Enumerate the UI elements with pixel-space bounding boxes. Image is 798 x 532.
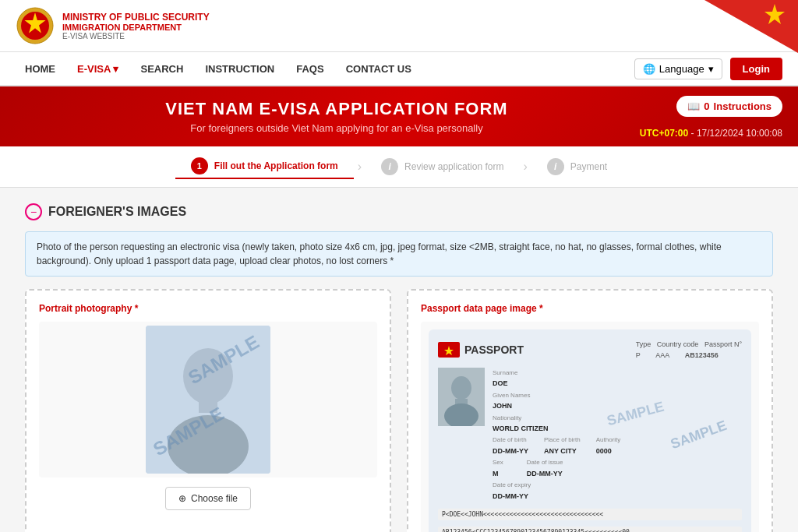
given-names-row: Given Names JOHN [493,390,742,413]
passport-meta: Type Country code Passport N° P AAA AB12… [636,339,742,361]
section-header-images: − FOREIGNER'S IMAGES [25,203,773,220]
portrait-label: Portrait photography * [39,303,377,314]
logo-area: MINISTRY OF PUBLIC SECURITY IMMIGRATION … [16,6,210,45]
step-arrow-1: › [358,160,362,174]
passport-fields: Surname DOE Given Names JOHN Nationality… [493,368,742,502]
globe-icon: 🌐 [643,63,655,75]
doi-col: Date of issue DD-MM-YY [527,457,563,480]
language-button[interactable]: 🌐 Language ▾ [634,58,722,79]
ministry-line2: IMMIGRATION DEPARTMENT [62,23,210,32]
nav-instruction[interactable]: INSTRUCTION [196,57,284,81]
portrait-required: * [132,303,138,314]
portrait-choose-btn[interactable]: ⊕ Choose file [165,487,251,510]
nav-home[interactable]: HOME [16,57,65,81]
passport-required: * [537,303,543,314]
passport-mrz-2: AB123456<CCC12345678901234567890123345<<… [438,527,742,532]
svg-marker-3 [704,0,798,53]
step-1: 1 Fill out the Application form [175,154,354,179]
passport-word: PASSPORT [464,344,524,356]
ministry-line1: MINISTRY OF PUBLIC SECURITY [62,12,210,23]
ministry-text: MINISTRY OF PUBLIC SECURITY IMMIGRATION … [62,12,210,41]
portrait-preview: SAMPLE SAMPLE [39,322,377,477]
passport-icon-svg [441,344,457,355]
passport-mrz-1: P<DOE<<JOHN<<<<<<<<<<<<<<<<<<<<<<<<<<<<<… [438,509,742,520]
banner-title: VIET NAM E-VISA APPLICATION FORM [16,99,658,119]
passportno-value: AB123456 [685,351,719,359]
collapse-icon[interactable]: − [25,203,42,220]
nav-right: 🌐 Language ▾ Login [634,58,782,80]
chevron-down-icon: ▾ [708,63,714,75]
portrait-sample: SAMPLE SAMPLE [146,326,270,474]
svg-point-12 [451,376,471,400]
nav-faqs[interactable]: FAQS [287,57,333,81]
datetime-value: 17/12/2024 10:00:08 [697,128,782,139]
nav-search[interactable]: SEARCH [131,57,192,81]
language-label: Language [659,63,704,75]
book-icon: 📖 [687,100,700,112]
banner-subtitle: For foreigners outside Viet Nam applying… [16,122,658,134]
passport-body: Surname DOE Given Names JOHN Nationality… [438,368,742,502]
banner: VIET NAM E-VISA APPLICATION FORM For for… [0,86,798,146]
datetime-separator: - [691,128,697,139]
country-label: Country code [657,340,699,348]
upload-grid: Portrait photography * [25,289,773,532]
nav-links: HOME E-VISA ▾ SEARCH INSTRUCTION FAQS CO… [16,57,634,81]
step-2-circle: i [381,158,398,175]
step-3-circle: i [547,158,564,175]
utc-label: UTC+07:00 [640,128,688,139]
type-value: P [636,351,641,359]
instructions-button[interactable]: 📖 0 Instructions [676,96,782,117]
passport-preview: PASSPORT Type Country code Passport N° P… [421,322,759,532]
utc-info: UTC+07:00 - 17/12/2024 10:00:08 [640,128,782,139]
step-1-circle: 1 [191,157,208,174]
ministry-line3: E-VISA WEBSITE [62,32,210,41]
flag-corner [704,0,798,53]
portrait-choose-label: Choose file [191,493,238,504]
type-label: Type [636,340,651,348]
step-3: i Payment [531,155,623,178]
step-2: i Review application form [365,155,519,178]
portrait-bg: SAMPLE SAMPLE [146,326,270,474]
nav-contact[interactable]: CONTACT US [337,57,421,81]
step-arrow-2: › [523,160,527,174]
main-content: − FOREIGNER'S IMAGES Photo of the person… [9,188,789,532]
nav-bar: HOME E-VISA ▾ SEARCH INSTRUCTION FAQS CO… [0,52,798,86]
passportno-label: Passport N° [704,340,742,348]
portrait-btn-row: ⊕ Choose file [39,487,377,510]
steps-bar: 1 Fill out the Application form › i Revi… [0,146,798,188]
portrait-upload-box: Portrait photography * [25,289,391,532]
foreigners-images-section: − FOREIGNER'S IMAGES Photo of the person… [25,203,773,532]
login-button[interactable]: Login [730,58,782,80]
surname-row: Surname DOE [493,368,742,390]
passport-logo: PASSPORT [438,339,524,361]
plus-icon: ⊕ [178,493,186,504]
doe-row: Date of expiry DD-MM-YY [493,480,742,502]
dob-col: Date of birth DD-MM-YY [493,435,528,457]
instructions-label: Instructions [714,100,772,112]
passport-sample: PASSPORT Type Country code Passport N° P… [429,329,751,532]
pob-col: Place of birth ANY CITY [544,435,581,457]
passport-photo [438,368,485,426]
step-3-label: Payment [570,161,607,172]
passport-photo-container [438,368,485,502]
section-title-images: FOREIGNER'S IMAGES [48,205,186,219]
passport-upload-box: Passport data page image * [407,289,773,532]
top-header: MINISTRY OF PUBLIC SECURITY IMMIGRATION … [0,0,798,52]
sex-doi-doe-row: Sex M Date of issue DD-MM-YY [493,457,742,480]
sex-col: Sex M [493,457,503,480]
nav-evisa[interactable]: E-VISA ▾ [68,57,128,81]
authority-col: Authority 0000 [596,435,621,457]
passport-label: Passport data page image * [421,303,759,314]
passport-person-icon [438,368,485,426]
passport-logo-icon [438,342,460,358]
step-1-label: Fill out the Application form [214,160,338,171]
step-2-label: Review application form [404,161,503,172]
instructions-count: 0 [704,100,709,112]
info-box: Photo of the person requesting an electr… [25,231,773,277]
emblem-icon [16,6,55,45]
country-value: AAA [655,351,669,359]
passport-header: PASSPORT Type Country code Passport N° P… [438,339,742,361]
